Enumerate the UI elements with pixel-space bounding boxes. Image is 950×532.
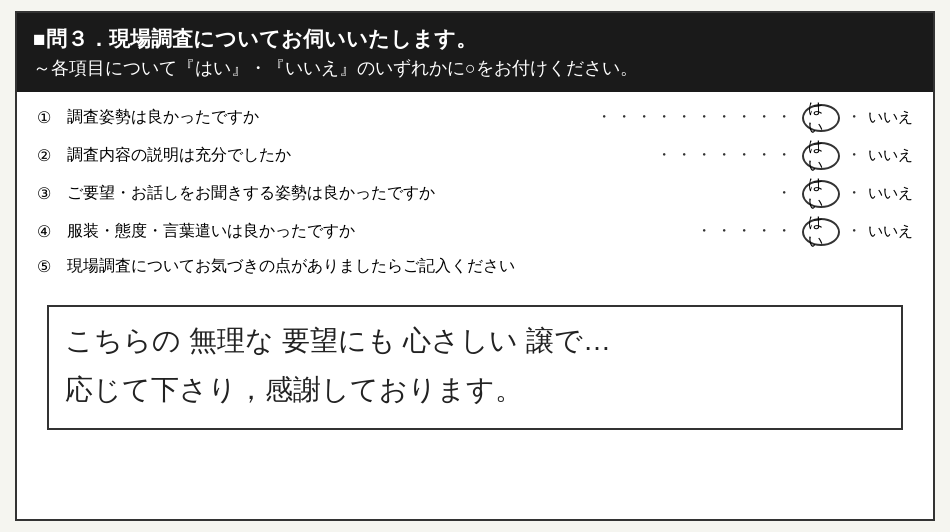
comment-line2: 応じて下さり，感謝しております。 [65, 366, 885, 414]
header-title: ■問３．現場調査についてお伺いいたします。 [33, 23, 917, 55]
q1-no: いいえ [868, 108, 913, 127]
question-row-3: ③ ご要望・お話しをお聞きする姿勢は良かったですか ・ はい ・ いいえ [37, 180, 913, 208]
comment-box: こちらの 無理な 要望にも 心さしい 譲で… 応じて下さり，感謝しております。 [47, 305, 903, 430]
q4-dots: ・・・・・ [696, 221, 796, 242]
q2-num: ② [37, 146, 67, 165]
q4-sep: ・ [846, 221, 862, 242]
header-subtitle: ～各項目について『はい』・『いいえ』のいずれかに○をお付けください。 [33, 55, 917, 82]
q3-dots: ・ [776, 183, 796, 204]
q4-options: はい ・ いいえ [802, 218, 913, 246]
q3-no: いいえ [868, 184, 913, 203]
comment-line1: こちらの 無理な 要望にも 心さしい 譲で… [65, 317, 885, 365]
q2-no: いいえ [868, 146, 913, 165]
comment-section: こちらの 無理な 要望にも 心さしい 譲で… 応じて下さり，感謝しております。 [17, 295, 933, 430]
q3-text: ご要望・お話しをお聞きする姿勢は良かったですか [67, 183, 770, 204]
q2-text: 調査内容の説明は充分でしたか [67, 145, 650, 166]
q5-num: ⑤ [37, 257, 67, 276]
q3-num: ③ [37, 184, 67, 203]
handwritten-content: こちらの 無理な 要望にも 心さしい 譲で… 応じて下さり，感謝しております。 [65, 317, 885, 414]
q3-yes: はい [802, 180, 840, 208]
question-row-4: ④ 服装・態度・言葉遣いは良かったですか ・・・・・ はい ・ いいえ [37, 218, 913, 246]
q3-sep: ・ [846, 183, 862, 204]
survey-page: ■問３．現場調査についてお伺いいたします。 ～各項目について『はい』・『いいえ』… [15, 11, 935, 521]
q2-sep: ・ [846, 145, 862, 166]
q4-text: 服装・態度・言葉遣いは良かったですか [67, 221, 690, 242]
q1-text: 調査姿勢は良かったですか [67, 107, 590, 128]
q1-sep: ・ [846, 107, 862, 128]
questions-section: ① 調査姿勢は良かったですか ・・・・・・・・・・ はい ・ いいえ ② 調査内… [17, 92, 933, 295]
q1-num: ① [37, 108, 67, 127]
question-row-2: ② 調査内容の説明は充分でしたか ・・・・・・・ はい ・ いいえ [37, 142, 913, 170]
q4-num: ④ [37, 222, 67, 241]
q1-dots: ・・・・・・・・・・ [596, 107, 796, 128]
q4-yes: はい [802, 218, 840, 246]
q4-no: いいえ [868, 222, 913, 241]
question-row-5: ⑤ 現場調査についてお気づきの点がありましたらご記入ください [37, 256, 913, 277]
question-row-1: ① 調査姿勢は良かったですか ・・・・・・・・・・ はい ・ いいえ [37, 104, 913, 132]
q1-options: はい ・ いいえ [802, 104, 913, 132]
q5-text: 現場調査についてお気づきの点がありましたらご記入ください [67, 256, 913, 277]
q3-options: はい ・ いいえ [802, 180, 913, 208]
header-section: ■問３．現場調査についてお伺いいたします。 ～各項目について『はい』・『いいえ』… [17, 13, 933, 92]
q1-yes: はい [802, 104, 840, 132]
q2-options: はい ・ いいえ [802, 142, 913, 170]
q2-yes: はい [802, 142, 840, 170]
q2-dots: ・・・・・・・ [656, 145, 796, 166]
